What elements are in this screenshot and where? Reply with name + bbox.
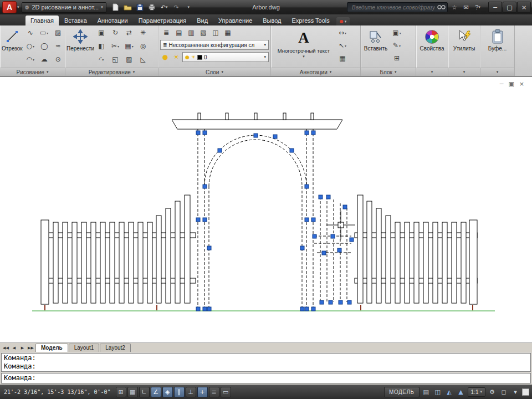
viewport-minimize-icon[interactable]: ─ — [500, 80, 504, 88]
window-close-button[interactable]: × — [517, 2, 531, 13]
last-tab-button[interactable]: ▶▶ — [27, 344, 35, 352]
mtext-button[interactable]: A Многострочный текст ▾ — [273, 27, 335, 60]
toggle-otrack[interactable]: ∥ — [174, 387, 185, 397]
move-tool-button[interactable]: Перенести — [67, 27, 94, 52]
plot-button[interactable] — [146, 2, 158, 13]
selection-grips[interactable] — [196, 131, 354, 311]
coordinates-display[interactable]: 21'-2 3/16", 15'-3 13/16", 0'-0" — [3, 387, 115, 397]
insert-block-button[interactable]: Вставить — [362, 27, 389, 52]
fence-left[interactable] — [41, 195, 190, 304]
new-file-button[interactable] — [110, 2, 121, 13]
quick-view-layouts-button[interactable]: ▤ — [421, 387, 431, 397]
layer-tool-c[interactable]: ▧ — [198, 27, 209, 39]
properties-button[interactable]: Свойства — [418, 27, 446, 52]
model-space-button[interactable]: МОДЕЛЬ — [384, 387, 419, 397]
save-button[interactable] — [134, 2, 146, 13]
utilities-button[interactable]: Утилиты — [450, 27, 478, 52]
tab-output[interactable]: Вывод — [258, 16, 286, 25]
toggle-ortho[interactable]: ∟ — [139, 387, 150, 397]
annotation-scale-icon[interactable]: ◭ — [444, 387, 454, 397]
layer-unisolate-button[interactable]: ☀ — [171, 51, 181, 63]
arch-selected[interactable] — [204, 135, 306, 310]
arc-tool[interactable]: ◠▾ — [24, 53, 37, 65]
table-tool[interactable]: ▦ — [336, 52, 349, 64]
ellipse-tool[interactable]: ◯ — [38, 40, 51, 52]
favorites-star-button[interactable]: ☆ — [449, 2, 459, 12]
arbor-posts-selected[interactable] — [198, 129, 313, 310]
panel-layers-title[interactable]: Слои▾ — [158, 68, 270, 76]
block-editor-tool[interactable]: ⊞ — [390, 52, 403, 64]
panel-block-title[interactable]: Блок▾ — [361, 68, 416, 76]
status-bar-menu-button[interactable]: ▾ — [510, 387, 520, 397]
hatch-tool[interactable]: ▨ — [52, 27, 65, 39]
undo-button[interactable]: ↶▾ — [158, 2, 170, 13]
panel-annotation-title[interactable]: Аннотации▾ — [271, 68, 360, 76]
chamfer-tool[interactable]: ◺ — [136, 53, 150, 65]
tab-model[interactable]: Модель — [35, 344, 68, 352]
layer-isolate-button[interactable]: ● — [160, 51, 170, 63]
leader-tool[interactable]: ↖▾ — [336, 39, 349, 52]
help-button[interactable]: ?▾ — [473, 2, 483, 12]
edit-attributes-tool[interactable]: ✎▾ — [390, 39, 403, 52]
trim-tool[interactable]: ✂▾ — [109, 40, 122, 52]
rotate-tool[interactable]: ↻ — [109, 27, 122, 39]
workspace-switch-gear-icon[interactable]: ⚙ — [487, 387, 497, 397]
panel-properties-title[interactable]: ▾ — [416, 68, 448, 76]
tray-settings-icon[interactable]: ◻ — [499, 387, 509, 397]
drawing-area[interactable]: ─ ▣ × — [0, 76, 532, 342]
layer-state-dropdown[interactable]: ≣ Несохраненная конфигурация сл ▾ — [160, 40, 269, 50]
fence-rails[interactable] — [42, 233, 477, 283]
array-tool[interactable]: ▦▾ — [122, 40, 136, 52]
fence-right[interactable] — [357, 195, 477, 304]
tab-home[interactable]: Главная — [25, 16, 59, 25]
annotation-scale-button[interactable]: 1:1 ▾ — [468, 387, 485, 397]
communication-center-button[interactable]: ✉ — [461, 2, 471, 12]
tab-layout2[interactable]: Layout2 — [100, 344, 131, 352]
panel-utilities-title[interactable]: ▾ — [448, 68, 480, 76]
next-tab-button[interactable]: ▶ — [18, 344, 27, 352]
mirror-tool[interactable]: ◧ — [95, 40, 108, 52]
first-tab-button[interactable]: ◀◀ — [2, 344, 10, 352]
rectangle-tool[interactable]: ▭▾ — [38, 27, 51, 39]
window-restore-button[interactable]: ▢ — [503, 2, 516, 13]
command-history[interactable]: Команда: Команда: — [1, 353, 531, 372]
layer-tool-a[interactable]: ▤ — [173, 27, 185, 39]
create-block-tool[interactable]: ▣▾ — [390, 27, 403, 39]
viewport-restore-icon[interactable]: ▣ — [508, 80, 514, 88]
tab-manage[interactable]: Управление — [213, 16, 257, 25]
stretch-tool[interactable]: ⇄ — [122, 27, 136, 39]
layer-properties-button[interactable]: ≣ — [160, 27, 172, 39]
tab-express-tools[interactable]: Express Tools — [287, 16, 335, 25]
toggle-qp[interactable]: ▭ — [221, 387, 231, 397]
search-button[interactable] — [436, 2, 446, 12]
tab-annotate[interactable]: Аннотации — [93, 16, 133, 25]
qat-customize-button[interactable]: ▾ — [183, 2, 195, 13]
layer-tool-d[interactable]: ◫ — [210, 27, 221, 39]
copy-tool[interactable]: ▣ — [95, 27, 108, 39]
toggle-grid[interactable]: ▦ — [127, 387, 138, 397]
app-menu-button[interactable]: A — [2, 1, 17, 13]
fillet-tool[interactable]: ◜▾ — [95, 53, 108, 65]
circle-tool[interactable]: ○▾ — [24, 40, 37, 52]
polyline-tool[interactable]: ∿ — [24, 27, 37, 39]
annotation-visibility-icon[interactable]: ▲ — [456, 387, 466, 397]
panel-draw-title[interactable]: Рисование▾ — [0, 68, 65, 76]
point-tool[interactable]: ⊙ — [52, 53, 65, 65]
workspace-dropdown[interactable]: ⚙ 2D рисование и аннот... ▾ — [22, 2, 106, 13]
arbor-beam[interactable] — [172, 113, 342, 129]
clean-screen-button[interactable] — [522, 388, 529, 396]
layer-dropdown[interactable]: ● ☀ 0 ▾ — [182, 52, 269, 62]
scale-tool[interactable]: ◱ — [109, 53, 122, 65]
command-input-line[interactable]: Команда: — [1, 373, 531, 383]
layer-tool-b[interactable]: ▥ — [186, 27, 197, 39]
toggle-lwt[interactable]: ≡ — [209, 387, 219, 397]
revision-cloud-tool[interactable]: ☁ — [38, 53, 51, 65]
tab-layout1[interactable]: Layout1 — [69, 344, 100, 352]
offset-tool[interactable]: ◎ — [136, 40, 150, 52]
tab-insert[interactable]: Вставка — [59, 16, 92, 25]
toggle-polar[interactable]: ∠ — [151, 387, 161, 397]
gate-selected[interactable] — [314, 197, 351, 302]
toggle-osnap[interactable]: ◈ — [162, 387, 173, 397]
redo-button[interactable]: ↷ — [171, 2, 182, 13]
quick-view-drawings-button[interactable]: ◫ — [433, 387, 443, 397]
